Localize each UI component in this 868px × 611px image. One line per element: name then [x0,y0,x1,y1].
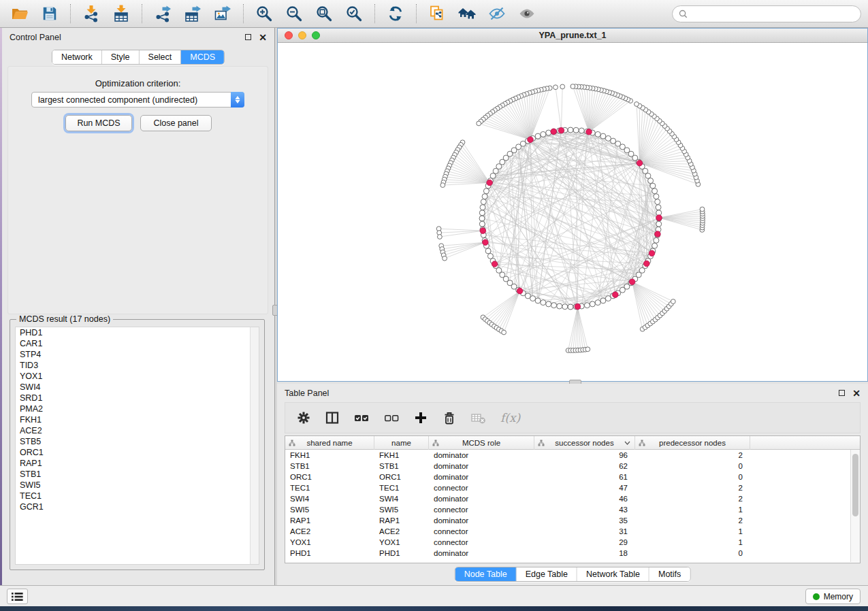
hide-selected-button[interactable] [484,3,510,24]
export-network-button[interactable] [150,3,176,24]
table-row[interactable]: ACE2ACE2connector311 [285,526,860,537]
mcds-result-item[interactable]: FKH1 [16,414,259,425]
table-tab-network-table[interactable]: Network Table [577,567,649,581]
table-cell: PHD1 [374,549,429,557]
table-row[interactable]: STB1STB1dominator620 [285,461,860,472]
refresh-button[interactable] [383,3,408,24]
run-mcds-button[interactable]: Run MCDS [65,115,132,131]
table-panel-header: Table Panel ✕ [277,384,868,402]
show-all-button[interactable] [514,3,540,24]
network-canvas[interactable] [278,43,867,380]
mcds-list-scrollbar[interactable] [250,327,259,564]
table-scrollbar[interactable] [850,450,860,562]
close-panel-icon[interactable]: ✕ [852,390,861,397]
close-panel-button[interactable]: Close panel [140,115,212,131]
table-row[interactable]: SWI5SWI5connector431 [285,504,860,515]
table-row[interactable]: RAP1RAP1dominator352 [285,515,860,526]
mcds-result-item[interactable]: CAR1 [16,338,259,349]
mcds-result-item[interactable]: ACE2 [16,425,259,436]
zoom-selected-button[interactable] [341,3,367,24]
import-table-button[interactable] [108,3,134,24]
search-input[interactable] [692,9,854,18]
mcds-result-item[interactable]: YOX1 [16,371,259,382]
column-header-MCDS-role[interactable]: MCDS role [429,436,534,450]
mcds-result-item[interactable]: PHD1 [16,327,259,338]
float-panel-icon[interactable] [245,34,251,40]
mcds-result-item[interactable]: STB1 [16,469,259,480]
network-window-titlebar[interactable]: YPA_prune.txt_1 [278,29,867,43]
zoom-in-button[interactable] [251,3,277,24]
table-options-button[interactable] [296,408,311,428]
float-panel-icon[interactable] [839,390,845,396]
zoom-selected-icon [345,5,363,22]
mcds-result-item[interactable]: ORC1 [16,447,259,458]
export-table-button[interactable] [180,3,206,24]
table-tab-node-table[interactable]: Node Table [455,567,517,581]
mcds-result-item[interactable]: SRD1 [16,393,259,403]
zoom-out-button[interactable] [281,3,307,24]
close-panel-icon[interactable]: ✕ [259,34,267,41]
table-cell: 96 [534,451,635,459]
select-all-rows-button[interactable] [353,408,370,428]
table-cell: FKH1 [374,451,429,459]
table-row[interactable]: ORC1ORC1dominator610 [285,472,860,482]
mcds-result-item[interactable]: SWI5 [16,480,259,491]
mcds-result-item[interactable]: STB5 [16,436,259,447]
mcds-result-item[interactable]: SWI4 [16,382,259,393]
table-row[interactable]: FKH1FKH1dominator962 [285,450,860,461]
table-cell: 1 [635,538,750,546]
import-network-button[interactable] [78,3,104,24]
table-cell: 31 [534,527,635,535]
table-tab-edge-table[interactable]: Edge Table [517,567,577,581]
control-panel-title: Control Panel [10,33,61,42]
export-network-icon [154,5,172,22]
eye-icon [518,5,536,22]
column-header-successor-nodes[interactable]: successor nodes [534,436,635,450]
zoom-fit-button[interactable] [311,3,337,24]
column-header-predecessor-nodes[interactable]: predecessor nodes [635,436,750,450]
save-session-button[interactable] [37,3,63,24]
control-tab-style[interactable]: Style [102,50,140,64]
control-tab-network[interactable]: Network [52,50,102,64]
new-network-from-selection-button[interactable] [424,3,450,24]
table-body: FKH1FKH1dominator962STB1STB1dominator620… [285,450,860,563]
mcds-result-item[interactable]: TID3 [16,360,259,371]
table-tab-motifs[interactable]: Motifs [649,567,690,581]
minimize-window-icon[interactable] [298,31,306,39]
status-menu-button[interactable] [7,589,28,604]
mcds-result-item[interactable]: TEC1 [16,491,259,501]
open-file-button[interactable] [7,3,33,24]
deselect-all-rows-button[interactable] [383,408,400,428]
control-tab-mcds[interactable]: MCDS [181,50,224,64]
columns-icon [325,410,340,425]
table-cell: 2 [635,495,750,503]
table-row[interactable]: PHD1PHD1dominator180 [285,548,860,559]
trash-icon [442,410,457,425]
create-column-button[interactable] [413,408,428,428]
close-window-icon[interactable] [285,31,293,39]
table-row[interactable]: TEC1TEC1connector472 [285,482,860,493]
mcds-result-item[interactable]: GCR1 [16,501,259,512]
import-network-icon [82,5,100,22]
first-neighbors-button[interactable] [454,3,480,24]
network-view[interactable] [278,43,867,380]
mcds-result-item[interactable]: RAP1 [16,458,259,469]
maximize-window-icon[interactable] [312,31,320,39]
function-builder-button[interactable]: f(x) [500,408,520,428]
show-columns-button[interactable] [325,408,340,428]
column-header-name[interactable]: name [374,436,429,450]
table-row[interactable]: YOX1YOX1connector291 [285,537,860,548]
export-image-button[interactable] [210,3,236,24]
column-header-shared-name[interactable]: shared name [285,436,374,450]
delete-table-button[interactable] [470,408,487,428]
search-box[interactable] [672,5,861,22]
mcds-result-item[interactable]: STP4 [16,349,259,360]
control-tab-select[interactable]: Select [140,50,182,64]
optimization-select[interactable]: largest connected component (undirected) [31,92,244,108]
mcds-result-title: MCDS result (17 nodes) [16,314,113,324]
table-row[interactable]: SWI4SWI4dominator462 [285,493,860,504]
mcds-result-item[interactable]: PMA2 [16,403,259,414]
memory-button[interactable]: Memory [805,589,861,604]
table-scrollbar-thumb[interactable] [852,454,858,516]
delete-columns-button[interactable] [442,408,457,428]
